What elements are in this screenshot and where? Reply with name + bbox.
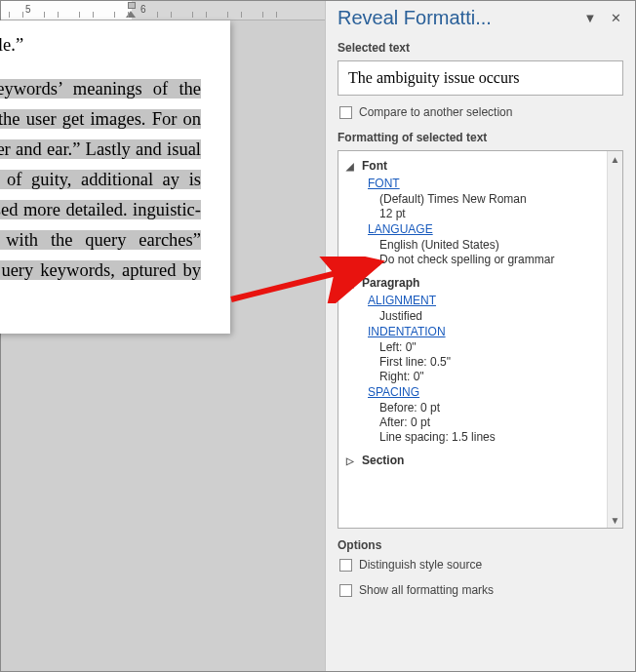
tree-group-paragraph: ◢ Paragraph ALIGNMENT Justified INDENTAT…	[346, 274, 603, 444]
formatting-label: Formatting of selected text	[338, 131, 623, 144]
checkbox-icon[interactable]	[339, 584, 352, 597]
selected-text-preview[interactable]: The ambiguity issue occurs	[338, 60, 623, 96]
pane-menu-dropdown-icon[interactable]: ▼	[580, 9, 600, 28]
language-value: English (United States)	[346, 238, 603, 252]
document-area: 5 6 rd “apple.” uery keywords’ meanings …	[1, 1, 325, 671]
tree-head-paragraph-label: Paragraph	[362, 276, 419, 290]
tree-group-section: ▷ Section	[346, 452, 603, 469]
disclose-down-icon[interactable]: ◢	[346, 278, 356, 289]
indentation-link[interactable]: INDENTATION	[346, 325, 603, 338]
compare-checkbox-row[interactable]: Compare to another selection	[339, 105, 623, 119]
options-section: Options Distinguish style source Show al…	[338, 538, 623, 597]
compare-label: Compare to another selection	[359, 105, 512, 119]
font-size-value: 12 pt	[346, 207, 603, 220]
checkbox-icon[interactable]	[339, 106, 352, 119]
horizontal-ruler[interactable]: 5 6	[1, 1, 325, 20]
indent-left-value: Left: 0"	[346, 340, 603, 354]
indent-right-value: Right: 0"	[346, 370, 603, 383]
disclose-down-icon[interactable]: ◢	[346, 161, 356, 172]
distinguish-checkbox-row[interactable]: Distinguish style source	[339, 558, 623, 572]
spellcheck-value: Do not check spelling or grammar	[346, 253, 603, 266]
alignment-value: Justified	[346, 309, 603, 323]
tree-head-font[interactable]: ◢ Font	[346, 157, 603, 175]
font-family-value: (Default) Times New Roman	[346, 192, 603, 206]
show-all-label: Show all formatting marks	[359, 583, 494, 597]
options-label: Options	[338, 538, 623, 552]
tree-head-paragraph[interactable]: ◢ Paragraph	[346, 274, 603, 292]
tree-head-section[interactable]: ▷ Section	[346, 452, 603, 469]
tree-head-font-label: Font	[362, 159, 387, 173]
distinguish-label: Distinguish style source	[359, 558, 482, 572]
tree-head-section-label: Section	[362, 454, 404, 467]
spacing-after-value: After: 0 pt	[346, 415, 603, 429]
show-all-checkbox-row[interactable]: Show all formatting marks	[339, 583, 623, 597]
alignment-link[interactable]: ALIGNMENT	[346, 294, 603, 307]
scroll-down-icon[interactable]: ▼	[608, 512, 623, 528]
close-icon[interactable]: ✕	[606, 9, 625, 28]
doc-selected-text[interactable]: uery keywords’ meanings of the econd, th…	[0, 79, 201, 310]
spacing-before-value: Before: 0 pt	[346, 401, 603, 415]
language-link[interactable]: LANGUAGE	[346, 222, 603, 236]
doc-line-unselected[interactable]: rd “apple.”	[0, 30, 201, 60]
pane-title: Reveal Formatti...	[338, 7, 575, 29]
pane-header: Reveal Formatti... ▼ ✕	[326, 1, 635, 33]
selected-text-label: Selected text	[338, 41, 623, 55]
reveal-formatting-pane: Reveal Formatti... ▼ ✕ Selected text The…	[325, 1, 635, 671]
spacing-line-value: Line spacing: 1.5 lines	[346, 430, 603, 444]
formatting-tree: ◢ Font FONT (Default) Times New Roman 12…	[338, 150, 623, 529]
spacing-link[interactable]: SPACING	[346, 385, 603, 399]
document-page[interactable]: rd “apple.” uery keywords’ meanings of t…	[0, 20, 230, 334]
disclose-right-icon[interactable]: ▷	[346, 455, 356, 466]
scroll-up-icon[interactable]: ▲	[608, 151, 623, 167]
font-link[interactable]: FONT	[346, 177, 603, 190]
checkbox-icon[interactable]	[339, 559, 352, 572]
vertical-scrollbar[interactable]: ▲ ▼	[607, 151, 622, 528]
ruler-ticks	[1, 12, 325, 20]
document-text[interactable]: rd “apple.” uery keywords’ meanings of t…	[0, 30, 201, 316]
indent-first-value: First line: 0.5"	[346, 355, 603, 369]
pane-body: Selected text The ambiguity issue occurs…	[326, 33, 635, 618]
tree-group-font: ◢ Font FONT (Default) Times New Roman 12…	[346, 157, 603, 266]
